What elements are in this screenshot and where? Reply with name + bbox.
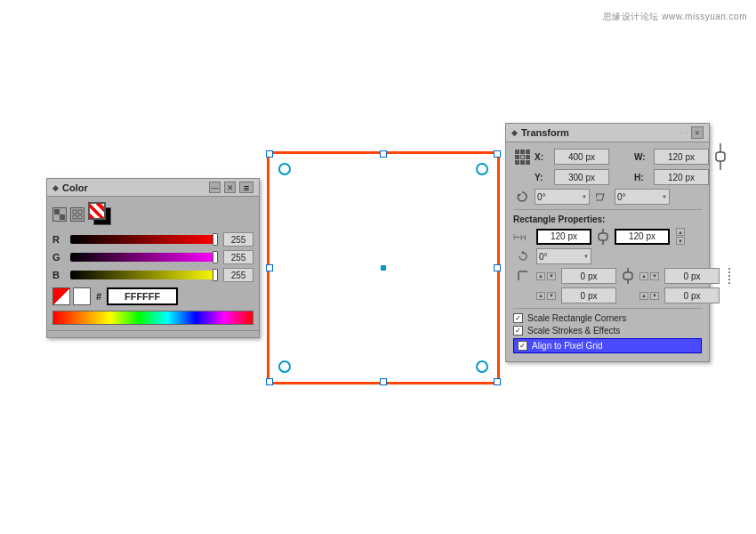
corner-val2-up[interactable]: ▲ xyxy=(639,272,648,280)
y-label: Y: xyxy=(535,173,551,182)
hex-input[interactable] xyxy=(107,287,178,305)
grid-ref-icon[interactable] xyxy=(513,148,531,166)
rect-h-input[interactable] xyxy=(615,229,670,245)
g-slider-thumb[interactable] xyxy=(213,251,218,263)
corner-val4-input[interactable] xyxy=(664,287,720,303)
corner-val2-down[interactable]: ▼ xyxy=(650,272,659,280)
svg-rect-14 xyxy=(599,233,607,240)
svg-rect-4 xyxy=(73,215,76,219)
color-spectrum[interactable] xyxy=(52,311,253,325)
tf-resize-hint: · · xyxy=(680,129,688,137)
link-wh-icon[interactable] xyxy=(712,149,728,165)
transform-panel-menu[interactable]: ≡ xyxy=(691,126,704,139)
handle-bottom-center[interactable] xyxy=(380,378,387,385)
corner-val1-up[interactable]: ▲ xyxy=(536,272,545,280)
corner-rotate-select-wrapper[interactable]: 0° xyxy=(536,248,591,264)
corner-val3-down[interactable]: ▼ xyxy=(547,292,556,300)
scale-strokes-checkbox[interactable]: ✓ xyxy=(513,326,523,336)
chain-link-icon[interactable] xyxy=(595,229,611,245)
swatch-white[interactable] xyxy=(73,287,91,305)
color-panel-minimize[interactable]: — xyxy=(209,182,221,193)
rotate-select-wrapper[interactable]: 0° 90° 180° 270° xyxy=(535,189,590,205)
svg-rect-1 xyxy=(60,214,65,220)
b-value: 255 xyxy=(223,268,253,282)
shear-icon xyxy=(593,190,611,203)
rotate-select[interactable]: 0° 90° 180° 270° xyxy=(535,189,590,205)
r-slider-thumb[interactable] xyxy=(213,233,218,246)
align-grid-checkbox[interactable]: ✓ xyxy=(518,341,527,351)
canvas-area xyxy=(267,151,500,384)
canvas-rectangle[interactable] xyxy=(267,151,500,384)
corner-rotate-select[interactable]: 0° xyxy=(536,248,591,264)
color-panel-menu[interactable]: ≡ xyxy=(239,182,253,193)
corner-val4-up[interactable]: ▲ xyxy=(639,292,648,300)
shear-select[interactable]: 0° xyxy=(615,189,670,205)
h-input[interactable] xyxy=(654,169,709,185)
corner-val2-input[interactable] xyxy=(664,268,720,284)
b-slider-thumb[interactable] xyxy=(213,269,218,281)
corner-val1-group: ▲ ▼ xyxy=(536,272,556,280)
color-panel-arrow: ◆ xyxy=(52,183,59,192)
handle-top-left[interactable] xyxy=(266,150,273,158)
swatch-red-white[interactable] xyxy=(52,287,70,305)
corner-circle-bl[interactable] xyxy=(278,360,291,373)
corner-val1-input[interactable] xyxy=(561,268,616,284)
corner-val3-input[interactable] xyxy=(561,287,616,303)
color-swatch-stack[interactable] xyxy=(88,202,117,227)
corner-val3-group: ▲ ▼ xyxy=(536,292,556,300)
scale-corners-checkbox[interactable]: ✓ xyxy=(513,313,523,323)
corner-vals-row1: ▲ ▼ ▲ ▼ xyxy=(513,268,702,284)
corner-val4-down[interactable]: ▼ xyxy=(650,292,659,300)
corner-tl-icon xyxy=(513,270,533,282)
scale-strokes-label: Scale Strokes & Effects xyxy=(527,326,620,336)
swatch-foreground xyxy=(88,202,106,220)
rect-h-up[interactable]: ▲ xyxy=(676,228,685,236)
handle-middle-left[interactable] xyxy=(266,264,273,271)
r-slider-track[interactable] xyxy=(70,235,218,244)
tf-divider-2 xyxy=(513,308,702,309)
chain-link-icon-2[interactable] xyxy=(620,268,636,284)
corner-circle-tr[interactable] xyxy=(476,163,488,175)
svg-marker-15 xyxy=(521,251,525,254)
center-dot xyxy=(381,265,386,271)
b-slider-track[interactable] xyxy=(70,271,218,279)
w-input[interactable] xyxy=(654,149,709,165)
handle-bottom-right[interactable] xyxy=(494,378,501,385)
transform-panel: ◆ Transform · · ≡ X: W: xyxy=(505,123,710,362)
shear-select-wrapper[interactable]: 0° xyxy=(615,189,670,205)
corner-rotate-icon xyxy=(513,250,533,263)
corner-circle-br[interactable] xyxy=(476,360,488,373)
w-label: W: xyxy=(634,152,650,162)
align-grid-check: ✓ xyxy=(519,342,526,350)
handle-top-center[interactable] xyxy=(380,150,387,158)
handle-top-right[interactable] xyxy=(494,150,501,158)
xw-row: X: W: xyxy=(513,148,702,166)
b-label: B xyxy=(52,270,65,280)
color-panel-bottom-bar: · · · · · · · · · · · · · · · xyxy=(47,330,259,337)
hex-swatches xyxy=(52,287,91,305)
align-grid-label: Align to Pixel Grid xyxy=(532,341,602,351)
x-input[interactable] xyxy=(554,149,609,165)
bottom-dots: · · · · · · · · · · · · · · · xyxy=(118,332,187,337)
rect-wh-icon: ⊢H xyxy=(513,231,533,242)
g-slider-track[interactable] xyxy=(70,253,218,262)
handle-middle-right[interactable] xyxy=(494,264,501,271)
rect-h-spinner[interactable]: ▲ ▼ xyxy=(673,228,688,245)
y-input[interactable] xyxy=(554,169,609,185)
color-panel-title: Color xyxy=(62,182,88,193)
color-icon-2[interactable] xyxy=(70,207,84,222)
corner-val1-down[interactable]: ▼ xyxy=(547,272,556,280)
rect-w-input[interactable] xyxy=(536,229,591,245)
handle-bottom-left[interactable] xyxy=(266,378,273,385)
scale-corners-check: ✓ xyxy=(515,314,521,322)
corner-val3-up[interactable]: ▲ xyxy=(536,292,545,300)
color-panel-close[interactable]: ✕ xyxy=(224,182,236,193)
color-icon-1[interactable] xyxy=(52,207,67,222)
corner-val2-group: ▲ ▼ xyxy=(639,272,659,280)
align-grid-row: ✓ Align to Pixel Grid xyxy=(513,338,702,353)
svg-text:⊢H: ⊢H xyxy=(513,233,527,242)
transform-panel-arrow: ◆ xyxy=(511,128,518,137)
hex-label: # xyxy=(96,291,101,302)
rect-h-down[interactable]: ▼ xyxy=(676,237,685,245)
corner-circle-tl[interactable] xyxy=(278,163,291,175)
